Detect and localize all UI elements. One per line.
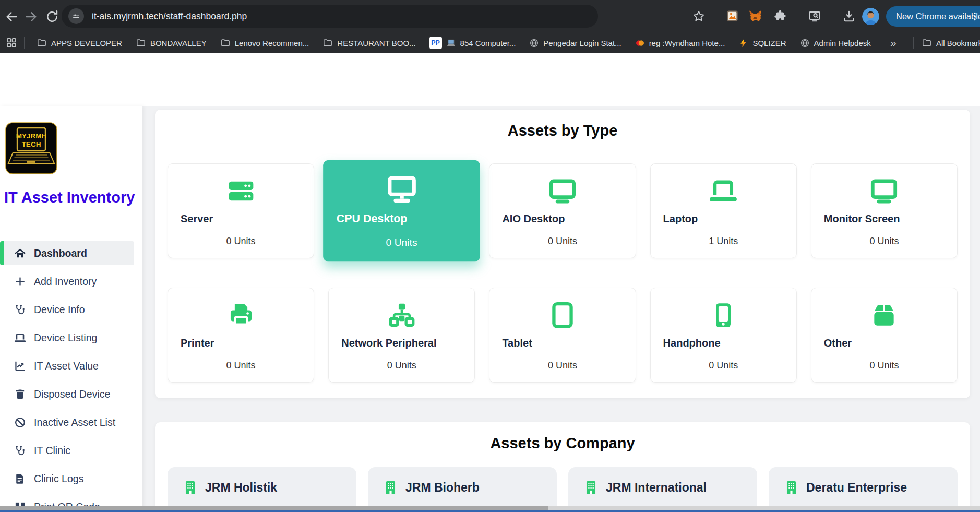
home-icon [14, 247, 26, 259]
bookmark-label: All Bookmarks [936, 39, 980, 47]
asset-type-tile-cpu-desktop[interactable]: CPU Desktop 0 Units [323, 160, 480, 262]
horizontal-scrollbar[interactable] [0, 506, 980, 510]
asset-type-tile-other[interactable]: Other 0 Units [811, 288, 958, 383]
asset-type-units: 0 Units [811, 236, 957, 247]
sidebar-item-disposed-device[interactable]: Disposed Device [0, 382, 134, 406]
sidebar-item-device-listing[interactable]: Device Listing [0, 326, 134, 350]
sidebar-item-add-inventory[interactable]: Add Inventory [0, 269, 134, 293]
downloads-icon[interactable] [842, 9, 856, 23]
browser-menu-icon[interactable] [971, 11, 978, 22]
globe-icon [800, 38, 810, 48]
chrome-update-label: New Chrome available [896, 11, 980, 21]
bookmark-reg-wyndham[interactable]: reg :Wyndham Hote... [628, 33, 732, 53]
apps-grid-icon[interactable] [5, 37, 18, 49]
bolt-icon [738, 38, 748, 48]
bookmark-854-computer[interactable]: PP 854 Computer... [423, 33, 523, 53]
building-icon [583, 480, 599, 496]
laptop-emoji-icon [446, 38, 456, 48]
sidebar-item-it-clinic[interactable]: IT Clinic [0, 438, 134, 462]
asset-type-label: Printer [181, 337, 214, 349]
bookmark-folder-restaurant[interactable]: RESTAURANT BOO... [316, 33, 422, 53]
bookmark-folder-lenovo[interactable]: Lenovo Recommen... [213, 33, 316, 53]
bookmark-label: Admin Helpdesk [814, 39, 871, 47]
sidebar-item-label: IT Clinic [34, 445, 70, 457]
bookmark-label: SQLIZER [752, 39, 786, 47]
monitor-icon [869, 176, 899, 206]
address-bar[interactable]: it-ais.myjrmh.tech/staff-dashboard.php [62, 5, 598, 28]
asset-type-grid: Server 0 Units CPU Desktop 0 Units AIO D… [155, 163, 970, 383]
assets-by-company-title: Assets by Company [155, 422, 970, 452]
sidebar-item-device-info[interactable]: Device Info [0, 297, 134, 322]
sidebar-item-clinic-logs[interactable]: Clinic Logs [0, 467, 134, 491]
stethoscope-icon [14, 445, 26, 457]
sidebar-item-label: Disposed Device [34, 388, 110, 400]
all-bookmarks-folder[interactable]: All Bookmarks [922, 33, 980, 53]
asset-type-tile-handphone[interactable]: Handphone 0 Units [650, 288, 797, 383]
asset-type-tile-tablet[interactable]: Tablet 0 Units [489, 288, 636, 383]
asset-type-tile-server[interactable]: Server 0 Units [168, 163, 314, 258]
sidebar-item-label: Dashboard [34, 247, 87, 259]
asset-type-tile-network-peripheral[interactable]: Network Peripheral 0 Units [328, 288, 475, 383]
bookmark-folder-bondavalley[interactable]: BONDAVALLEY [129, 33, 213, 53]
image-extension-icon[interactable] [725, 9, 739, 23]
back-button[interactable] [4, 9, 19, 24]
bookmark-label: reg :Wyndham Hote... [649, 39, 725, 47]
forward-button[interactable] [24, 9, 39, 24]
asset-type-label: Other [824, 337, 852, 349]
asset-type-label: CPU Desktop [337, 212, 408, 225]
asset-type-label: AIO Desktop [502, 213, 565, 225]
toolbar-divider [795, 10, 795, 22]
asset-type-tile-printer[interactable]: Printer 0 Units [168, 288, 314, 383]
sidebar-item-label: Inactive Asset List [34, 416, 115, 428]
asset-type-units: 0 Units [329, 360, 474, 371]
assets-by-type-title: Assets by Type [155, 110, 970, 139]
asset-type-tile-laptop[interactable]: Laptop 1 Units [650, 163, 797, 258]
company-name: JRM International [606, 481, 707, 495]
server-icon [226, 176, 256, 206]
bookmarks-overflow-chevron[interactable]: » [890, 33, 897, 53]
company-name: JRM Bioherb [405, 481, 480, 495]
asset-type-units: 0 Units [168, 360, 314, 371]
horizontal-scrollbar-thumb[interactable] [0, 506, 548, 510]
chrome-update-button[interactable]: New Chrome available [886, 6, 980, 27]
asset-type-units: 1 Units [651, 236, 796, 247]
toolbar-divider [832, 10, 832, 22]
bookmarks-divider [24, 37, 25, 49]
screen-search-icon[interactable] [808, 9, 821, 23]
sidebar-item-label: Clinic Logs [34, 473, 83, 485]
laptop-icon [14, 332, 26, 344]
company-name: JRM Holistik [205, 481, 277, 495]
profile-avatar[interactable] [862, 8, 879, 25]
asset-type-tile-monitor-screen[interactable]: Monitor Screen 0 Units [811, 163, 958, 258]
metamask-extension-icon[interactable] [747, 8, 763, 24]
asset-type-units: 0 Units [489, 236, 635, 247]
extensions-puzzle-icon[interactable] [773, 9, 787, 23]
bookmark-folder-apps-developer[interactable]: APPS DEVELOPER [30, 33, 129, 53]
sidebar-item-label: IT Asset Value [34, 360, 99, 372]
bookmark-label: APPS DEVELOPER [51, 39, 122, 47]
building-icon [182, 480, 198, 496]
sidebar-item-dashboard[interactable]: Dashboard [0, 241, 134, 265]
bookmark-pengedar-login[interactable]: Pengedar Login Stat... [522, 33, 628, 53]
url-text[interactable]: it-ais.myjrmh.tech/staff-dashboard.php [92, 11, 247, 22]
sidebar-item-it-asset-value[interactable]: IT Asset Value [0, 354, 134, 378]
ban-icon [14, 416, 26, 428]
site-info-icon[interactable] [68, 8, 84, 24]
asset-type-label: Monitor Screen [824, 213, 900, 225]
reload-button[interactable] [45, 9, 59, 24]
building-icon [783, 480, 799, 496]
stethoscope-icon [14, 304, 26, 316]
sidebar-item-inactive-asset-list[interactable]: Inactive Asset List [0, 410, 134, 434]
folder-icon [220, 38, 231, 48]
bookmark-sqlizer[interactable]: SQLIZER [732, 33, 793, 53]
bookmark-star-icon[interactable] [692, 9, 706, 23]
trash-icon [14, 388, 26, 400]
sidebar: IT Asset Inventory Dashboard Add Invento… [0, 106, 142, 512]
asset-type-units: 0 Units [323, 237, 480, 248]
bookmark-admin-helpdesk[interactable]: Admin Helpdesk [793, 33, 878, 53]
asset-type-tile-aio-desktop[interactable]: AIO Desktop 0 Units [489, 163, 636, 258]
bookmark-label: RESTAURANT BOO... [337, 39, 415, 47]
sidebar-item-label: Device Info [34, 304, 85, 316]
folder-icon [922, 38, 932, 48]
asset-type-label: Laptop [663, 213, 698, 225]
